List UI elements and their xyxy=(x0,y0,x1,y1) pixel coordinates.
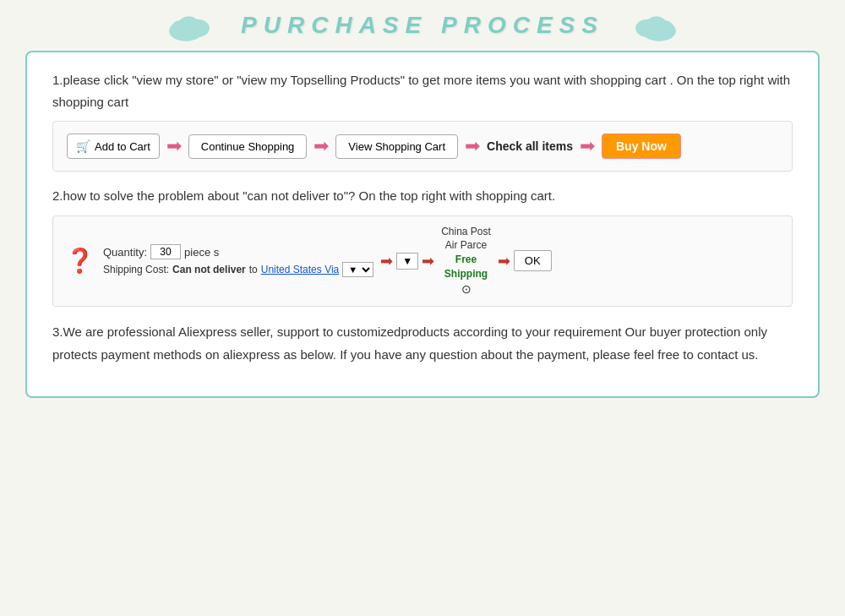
shipping-via-dropdown[interactable]: ▼ xyxy=(342,262,373,277)
ok-label: OK xyxy=(525,254,541,267)
svg-point-7 xyxy=(646,16,667,32)
arrow4-icon: ➡ xyxy=(580,135,595,157)
arrow1-icon: ➡ xyxy=(166,135,182,157)
buy-now-button[interactable]: Buy Now xyxy=(602,134,681,159)
cart-flow-diagram: 🛒 Add to Cart ➡ Continue Shopping ➡ View… xyxy=(52,121,793,172)
arrow3-icon: ➡ xyxy=(465,135,480,157)
continue-shopping-label: Continue Shopping xyxy=(201,140,295,153)
main-content-card: 1.please click "view my store" or "view … xyxy=(25,51,820,398)
arrow2-icon: ➡ xyxy=(313,135,329,157)
section-2: 2.how to solve the problem about "can no… xyxy=(52,185,793,307)
page-header: PURCHASE PROCESS xyxy=(0,0,845,51)
quantity-unit: piece s xyxy=(184,246,219,259)
shipping-diagram: ❓ Quantity: piece s Shipping Cost: Can n… xyxy=(52,215,793,308)
section-1: 1.please click "view my store" or "view … xyxy=(52,69,793,172)
arrow5-icon: ➡ xyxy=(380,252,393,270)
circle-check-icon: ⊙ xyxy=(461,281,472,298)
arrow6-icon: ➡ xyxy=(422,252,434,270)
to-text: to xyxy=(249,264,258,275)
cannot-deliver-text: Can not deliver xyxy=(172,264,246,275)
svg-point-3 xyxy=(178,16,199,32)
add-to-cart-button[interactable]: 🛒 Add to Cart xyxy=(67,134,160,159)
add-to-cart-label: Add to Cart xyxy=(95,140,150,153)
shipping-info: Quantity: piece s Shipping Cost: Can not… xyxy=(103,244,373,277)
shipping-row: Shipping Cost: Can not deliver to United… xyxy=(103,262,373,277)
view-cart-label: View Shopping Cart xyxy=(348,140,445,153)
check-all-label: Check all items xyxy=(487,139,573,153)
shipping-option-dropdown[interactable]: ▼ xyxy=(396,253,418,270)
page-title: PURCHASE PROCESS xyxy=(241,12,604,39)
shipping-label-text: Shipping xyxy=(444,267,488,281)
us-via-label: United States Via xyxy=(261,264,340,275)
continue-shopping-button[interactable]: Continue Shopping xyxy=(188,134,308,159)
us-via-link[interactable]: United States Via xyxy=(261,264,340,275)
section2-text: 2.how to solve the problem about "can no… xyxy=(52,185,793,207)
left-cloud-icon xyxy=(165,8,224,42)
arrow7-icon: ➡ xyxy=(498,252,510,270)
cart-icon: 🛒 xyxy=(76,139,90,153)
shipping-cost-label: Shipping Cost: xyxy=(103,264,169,275)
section-3: 3.We are professional Aliexpress seller,… xyxy=(52,320,793,366)
china-post-info: China Post Air Parce Free Shipping ⊙ xyxy=(441,225,491,298)
quantity-row: Quantity: piece s xyxy=(103,244,373,259)
free-label: Free xyxy=(455,253,477,267)
quantity-label: Quantity: xyxy=(103,246,147,259)
right-cloud-icon xyxy=(621,8,680,42)
question-icon: ❓ xyxy=(65,247,95,275)
buy-now-label: Buy Now xyxy=(616,139,667,153)
china-post-line2: Air Parce xyxy=(445,238,487,253)
section3-text: 3.We are professional Aliexpress seller,… xyxy=(52,320,793,366)
quantity-input[interactable] xyxy=(150,244,181,259)
ok-button[interactable]: OK xyxy=(514,250,552,271)
china-post-line1: China Post xyxy=(441,225,491,239)
view-shopping-cart-button[interactable]: View Shopping Cart xyxy=(335,134,458,159)
section1-text: 1.please click "view my store" or "view … xyxy=(52,69,793,112)
